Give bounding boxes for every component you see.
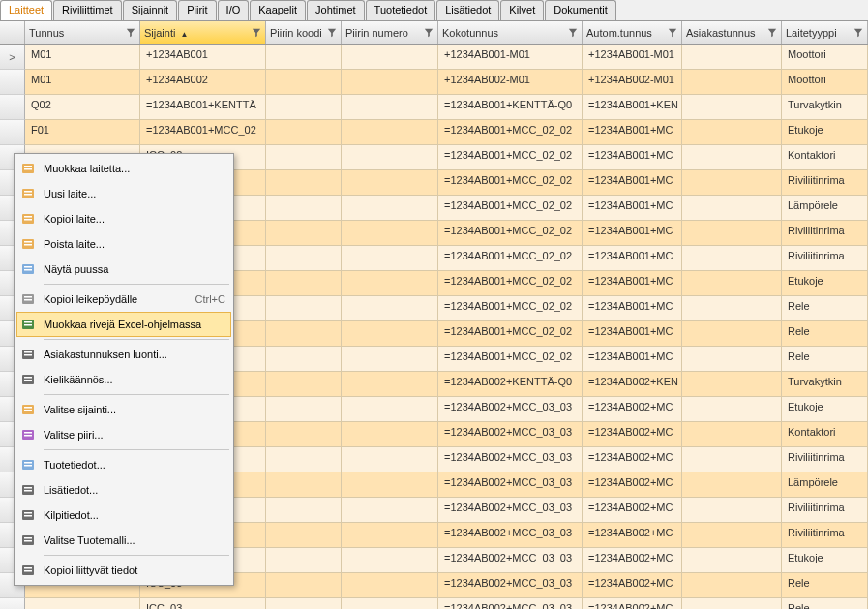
cell[interactable]: =1234AB002+MC [583, 523, 682, 548]
cell[interactable]: =1234AB001+MCC_02_02 [438, 120, 583, 145]
cell[interactable]: Lämpörele [782, 472, 868, 498]
filter-icon[interactable] [424, 28, 434, 38]
cell[interactable]: Q02 [25, 95, 140, 120]
menu-item[interactable]: Tuotetiedot... [16, 452, 231, 477]
cell[interactable]: =1234AB001+MCC_02_02 [438, 221, 583, 246]
cell[interactable] [682, 271, 782, 296]
menu-item[interactable]: Kopioi liittyvät tiedot [16, 558, 231, 583]
cell[interactable]: =1234AB001+KEN [583, 95, 682, 120]
cell[interactable] [342, 397, 438, 422]
filter-icon[interactable] [767, 28, 777, 38]
tab-tuotetiedot[interactable]: Tuotetiedot [366, 0, 436, 20]
cell[interactable]: =1234AB002+MCC_03_03 [438, 523, 583, 548]
cell[interactable] [342, 221, 438, 246]
cell[interactable]: =1234AB001+MC [583, 347, 682, 372]
cell[interactable] [266, 498, 342, 523]
cell[interactable] [342, 145, 438, 170]
cell[interactable]: Riviliitinrima [782, 498, 868, 523]
menu-item[interactable]: Muokkaa rivejä Excel-ohjelmassa [16, 312, 231, 337]
cell[interactable]: Turvakytkin [782, 372, 868, 397]
cell[interactable]: =1234AB001+MC [583, 321, 682, 347]
cell[interactable] [342, 70, 438, 95]
filter-icon[interactable] [126, 28, 135, 38]
tab-sijainnit[interactable]: Sijainnit [123, 0, 178, 20]
cell[interactable]: =1234AB001+MCC_02_02 [438, 271, 583, 296]
cell[interactable]: =1234AB002+MCC_03_03 [438, 598, 583, 609]
cell[interactable]: Rele [782, 321, 868, 347]
cell[interactable]: ICC_03 [140, 598, 266, 609]
cell[interactable] [266, 145, 342, 170]
cell[interactable] [266, 397, 342, 422]
cell[interactable] [682, 523, 782, 548]
cell[interactable]: +1234AB001-M01 [438, 45, 583, 70]
cell[interactable]: Riviliitinrima [782, 170, 868, 196]
cell[interactable] [682, 422, 782, 447]
cell[interactable] [342, 347, 438, 372]
cell[interactable] [342, 246, 438, 271]
cell[interactable]: Rele [782, 296, 868, 321]
menu-item[interactable]: Kopioi leikepöydälleCtrl+C [16, 287, 231, 312]
cell[interactable]: =1234AB001+MCC_02_02 [438, 246, 583, 271]
cell[interactable] [342, 321, 438, 347]
col-laitetyyppi[interactable]: Laitetyyppi [782, 21, 868, 44]
cell[interactable]: =1234AB001+MCC_02_02 [438, 170, 583, 196]
tab-lisätiedot[interactable]: Lisätiedot [436, 0, 499, 20]
cell[interactable]: =1234AB002+MC [583, 397, 682, 422]
row-selector[interactable] [0, 598, 25, 609]
cell[interactable] [266, 45, 342, 70]
table-row[interactable]: Q02=1234AB001+KENTTÄ=1234AB001+KENTTÄ-Q0… [0, 95, 868, 120]
cell[interactable] [266, 170, 342, 196]
cell[interactable] [25, 598, 140, 609]
menu-item[interactable]: Muokkaa laitetta... [16, 156, 231, 181]
col-piirin-numero[interactable]: Piirin numero [342, 21, 438, 44]
cell[interactable] [342, 372, 438, 397]
cell[interactable]: =1234AB002+MC [583, 422, 682, 447]
cell[interactable]: Riviliitinrima [782, 221, 868, 246]
cell[interactable]: =1234AB001+KENTTÄ [140, 95, 266, 120]
cell[interactable] [342, 548, 438, 573]
cell[interactable] [266, 70, 342, 95]
cell[interactable] [266, 296, 342, 321]
cell[interactable] [342, 120, 438, 145]
cell[interactable]: =1234AB002+MC [583, 498, 682, 523]
cell[interactable]: =1234AB002+MCC_03_03 [438, 397, 583, 422]
cell[interactable]: =1234AB001+KENTTÄ-Q0 [438, 95, 583, 120]
cell[interactable] [342, 296, 438, 321]
cell[interactable] [682, 573, 782, 598]
cell[interactable]: =1234AB002+MC [583, 472, 682, 498]
cell[interactable]: Etukoje [782, 397, 868, 422]
cell[interactable] [342, 45, 438, 70]
cell[interactable] [682, 221, 782, 246]
cell[interactable] [266, 321, 342, 347]
cell[interactable]: Kontaktori [782, 145, 868, 170]
menu-item[interactable]: Valitse sijainti... [16, 397, 231, 422]
cell[interactable]: Rele [782, 347, 868, 372]
cell[interactable] [682, 196, 782, 221]
col-tunnus[interactable]: Tunnus [25, 21, 140, 44]
cell[interactable] [342, 598, 438, 609]
tab-kaapelit[interactable]: Kaapelit [250, 0, 306, 20]
cell[interactable]: =1234AB001+MC [583, 296, 682, 321]
col-asiakastunnus[interactable]: Asiakastunnus [682, 21, 782, 44]
cell[interactable] [266, 598, 342, 609]
cell[interactable] [682, 397, 782, 422]
cell[interactable] [682, 45, 782, 70]
cell[interactable] [266, 120, 342, 145]
cell[interactable]: Etukoje [782, 120, 868, 145]
cell[interactable]: =1234AB001+MCC_02 [140, 120, 266, 145]
cell[interactable] [266, 246, 342, 271]
cell[interactable] [682, 498, 782, 523]
cell[interactable]: Etukoje [782, 548, 868, 573]
cell[interactable]: M01 [25, 45, 140, 70]
cell[interactable] [342, 523, 438, 548]
cell[interactable] [266, 196, 342, 221]
col-sijainti[interactable]: Sijainti ▲ [140, 21, 266, 44]
cell[interactable]: =1234AB001+MCC_02_02 [438, 196, 583, 221]
cell[interactable] [342, 422, 438, 447]
cell[interactable] [682, 447, 782, 472]
cell[interactable]: +1234AB001-M01 [583, 45, 682, 70]
cell[interactable]: M01 [25, 70, 140, 95]
table-row[interactable]: M01+1234AB002+1234AB002-M01+1234AB002-M0… [0, 70, 868, 95]
cell[interactable]: =1234AB001+MC [583, 221, 682, 246]
cell[interactable] [682, 347, 782, 372]
